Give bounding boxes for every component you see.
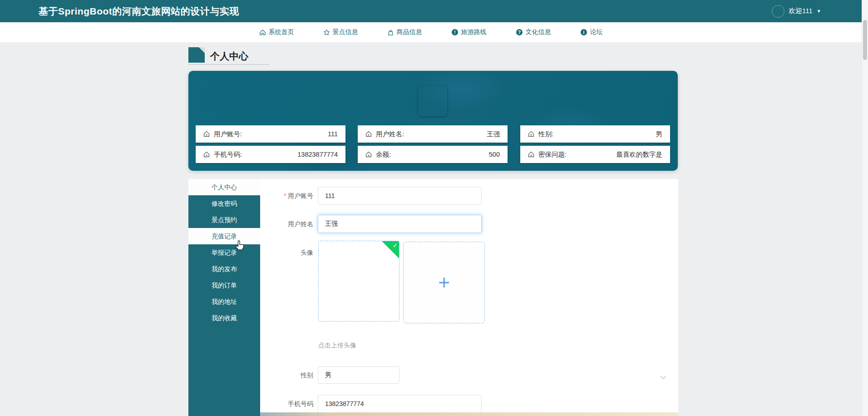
profile-summary-card: 用户账号: 111 用户姓名: 王强 性别: 男 手机号码: 138238777… xyxy=(188,71,678,171)
info-value: 男 xyxy=(656,130,663,139)
gender-select[interactable] xyxy=(318,366,399,384)
welcome-label: 欢迎111 xyxy=(789,7,813,15)
info-box-security-question: 密保问题: 最喜欢的数字是 xyxy=(520,146,670,163)
svg-text:?: ? xyxy=(518,30,520,35)
house-icon xyxy=(365,131,372,137)
info-label: 密保问题: xyxy=(538,150,567,159)
question-circle-icon: ? xyxy=(516,29,523,36)
bag-icon xyxy=(387,29,394,36)
personal-center-page: { "header": { "title": "基于SpringBoot的河南文… xyxy=(0,0,868,416)
nav-label: 旅游路线 xyxy=(461,28,487,36)
check-icon: ✓ xyxy=(393,242,398,249)
title-underline xyxy=(188,64,269,65)
nav-label: 论坛 xyxy=(590,28,603,36)
house-icon xyxy=(203,151,210,158)
info-value: 王强 xyxy=(487,130,500,139)
sidebar-item-change-password[interactable]: 修改密码 xyxy=(188,195,260,212)
user-menu[interactable]: 欢迎111 ▼ xyxy=(772,0,821,22)
nav-item-culture[interactable]: ? 文化信息 xyxy=(516,28,551,36)
phone-input[interactable] xyxy=(318,395,482,413)
corner-fold xyxy=(199,47,205,53)
nav-item-scenic[interactable]: 景点信息 xyxy=(323,28,358,36)
info-label: 性别: xyxy=(538,130,553,139)
info-circle-icon: i xyxy=(580,29,587,36)
home-icon xyxy=(259,29,266,36)
chevron-down-icon: ▼ xyxy=(817,9,821,14)
gender-label: 性别 xyxy=(260,366,313,384)
nav-item-routes[interactable]: ! 旅游路线 xyxy=(451,28,487,36)
info-value: 111 xyxy=(328,130,338,138)
main-nav: 系统首页 景点信息 商品信息 ! 旅游路线 ? 文化信息 i 论坛 xyxy=(0,22,862,42)
bottom-edge-strip xyxy=(260,412,678,416)
info-value: 500 xyxy=(489,151,500,158)
house-icon xyxy=(528,131,534,137)
nav-item-forum[interactable]: i 论坛 xyxy=(580,28,603,36)
sidebar-item-my-posts[interactable]: 我的发布 xyxy=(188,261,260,277)
star-icon xyxy=(323,29,330,36)
top-header-bar: 基于SpringBoot的河南文旅网站的设计与实现 欢迎111 ▼ xyxy=(0,0,862,22)
sidebar-item-scenic-booking[interactable]: 景点预约 xyxy=(188,212,260,228)
info-label: 手机号码: xyxy=(214,150,242,159)
sidebar-item-my-address[interactable]: 我的地址 xyxy=(188,293,260,310)
title-decoration-square xyxy=(188,47,205,63)
info-value: 13823877774 xyxy=(297,151,338,158)
mouse-cursor-icon xyxy=(235,240,245,253)
page-title: 个人中心 xyxy=(210,50,248,63)
upload-success-badge: ✓ xyxy=(382,241,399,258)
plus-icon: + xyxy=(438,272,450,292)
info-box-gender: 性别: 男 xyxy=(520,125,670,143)
info-box-phone: 手机号码: 13823877774 xyxy=(196,146,345,163)
required-asterisk: * xyxy=(284,192,286,199)
info-label: 用户账号: xyxy=(214,130,242,139)
nav-item-goods[interactable]: 商品信息 xyxy=(387,28,422,36)
nav-item-home[interactable]: 系统首页 xyxy=(259,28,294,36)
info-label: 余额: xyxy=(376,150,391,159)
info-box-account: 用户账号: 111 xyxy=(196,125,345,143)
sidebar-item-report-records[interactable]: 举报记录 xyxy=(188,244,260,261)
account-label: *用户账号 xyxy=(260,187,313,205)
profile-avatar xyxy=(418,86,447,116)
user-avatar[interactable] xyxy=(772,5,784,18)
house-icon xyxy=(365,151,372,158)
sidebar-item-recharge-records[interactable]: 充值记录 xyxy=(188,228,260,244)
info-label: 用户姓名: xyxy=(376,130,404,139)
profile-edit-form: *用户账号 用户姓名 头像 ✓ + 点击上传头像 性别 手机号码 xyxy=(260,179,678,416)
exclamation-circle-icon: ! xyxy=(451,29,459,36)
sidebar-item-my-favorites[interactable]: 我的收藏 xyxy=(188,310,260,326)
nav-label: 商品信息 xyxy=(397,28,422,36)
phone-label: 手机号码 xyxy=(260,395,313,413)
name-label: 用户姓名 xyxy=(260,215,313,233)
svg-text:i: i xyxy=(583,30,584,35)
site-title: 基于SpringBoot的河南文旅网站的设计与实现 xyxy=(39,0,239,22)
sidebar-item-my-orders[interactable]: 我的订单 xyxy=(188,277,260,293)
nav-label: 景点信息 xyxy=(333,28,358,36)
name-input[interactable] xyxy=(318,215,482,233)
sidebar-item-personal-center[interactable]: 个人中心 xyxy=(188,179,260,195)
nav-label: 文化信息 xyxy=(526,28,551,36)
info-box-balance: 余额: 500 xyxy=(358,146,508,163)
scrollbar-thumb[interactable] xyxy=(863,20,867,60)
sidebar-menu: 个人中心 修改密码 景点预约 充值记录 举报记录 我的发布 我的订单 我的地址 … xyxy=(188,179,260,416)
info-value: 最喜欢的数字是 xyxy=(616,150,663,159)
house-icon xyxy=(528,151,534,158)
upload-hint-text: 点击上传头像 xyxy=(318,342,356,350)
info-box-name: 用户姓名: 王强 xyxy=(358,125,508,143)
svg-text:!: ! xyxy=(454,30,455,35)
nav-label: 系统首页 xyxy=(269,28,294,36)
avatar-upload-dropzone[interactable]: + xyxy=(403,242,485,323)
account-input[interactable] xyxy=(318,187,482,205)
uploaded-avatar-photo[interactable]: ✓ xyxy=(318,241,399,322)
avatar-label: 头像 xyxy=(260,243,313,262)
house-icon xyxy=(203,131,210,137)
vertical-scrollbar[interactable] xyxy=(862,0,868,416)
select-chevron-down-icon[interactable] xyxy=(660,373,667,381)
